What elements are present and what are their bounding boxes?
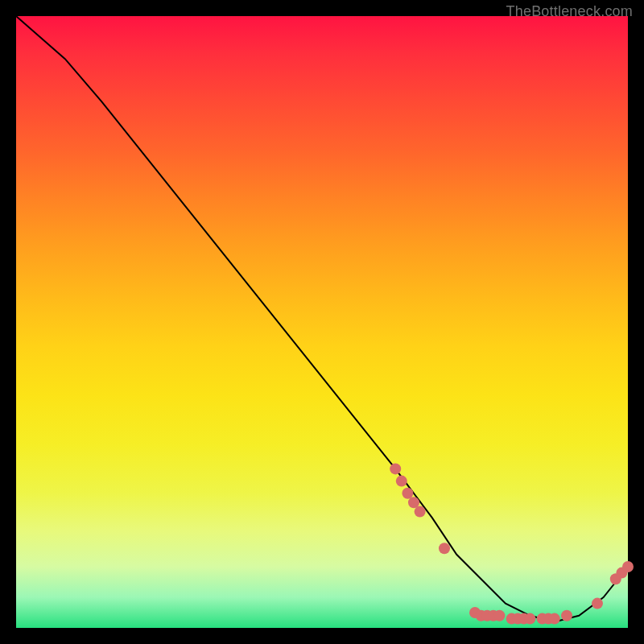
data-point xyxy=(493,610,505,621)
data-point xyxy=(561,610,572,621)
curve-svg xyxy=(16,16,628,628)
data-point xyxy=(622,561,634,572)
data-points xyxy=(390,463,634,624)
data-point xyxy=(524,613,535,625)
data-point xyxy=(402,488,413,499)
data-point xyxy=(415,506,426,518)
data-point xyxy=(439,543,450,554)
data-point xyxy=(390,463,401,474)
plot-area xyxy=(16,16,628,628)
curve-line xyxy=(16,16,628,621)
data-point xyxy=(396,476,407,487)
chart-frame: TheBottleneck.com xyxy=(0,0,644,644)
data-point xyxy=(408,497,419,508)
data-point xyxy=(549,613,560,625)
data-point xyxy=(592,598,603,609)
